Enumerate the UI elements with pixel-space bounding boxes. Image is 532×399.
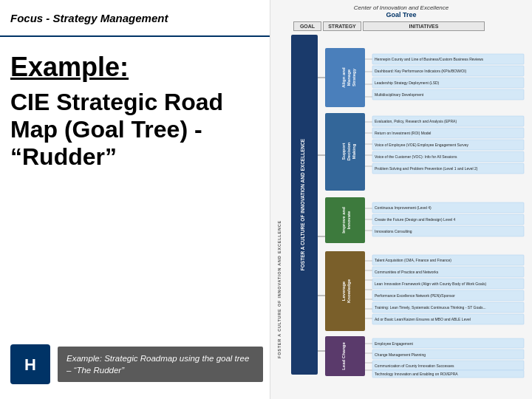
svg-text:Making: Making	[352, 143, 356, 159]
goal-tree-diagram: FOSTER A CULTURE OF INNOVATION AND EXCEL…	[275, 33, 528, 384]
svg-text:Dashboard: Key Performance Ind: Dashboard: Key Performance Indicators (K…	[375, 69, 467, 73]
svg-text:FOSTER A CULTURE OF INNOVATION: FOSTER A CULTURE OF INNOVATION AND EXCEL…	[277, 220, 282, 358]
svg-text:Lean Innovation Framework (Ali: Lean Innovation Framework (Align with Co…	[375, 282, 486, 286]
svg-text:H: H	[24, 355, 36, 374]
svg-text:Innovations Consulting: Innovations Consulting	[375, 229, 412, 233]
main-description: CIE Strategic Road Map (Goal Tree) - “Ru…	[10, 89, 263, 170]
svg-text:Hennepin County and Line of Bu: Hennepin County and Line of Business/Cus…	[375, 57, 484, 61]
svg-text:Talent Acquisition (CMA, Finan: Talent Acquisition (CMA, Finance and Fin…	[375, 258, 451, 262]
svg-text:Ad or Basic Lean/Kaizen Ensure: Ad or Basic Lean/Kaizen Ensures at MBO a…	[375, 317, 471, 321]
svg-text:Strategy: Strategy	[352, 68, 356, 86]
svg-text:Leadership Strategy Deployment: Leadership Strategy Deployment (LSD)	[375, 81, 440, 85]
goal-tree-subtitle: Center of Innovation and Excellence	[275, 4, 528, 11]
hennepin-logo: H	[10, 344, 50, 384]
col-header-initiatives: INITIATIVES	[363, 21, 485, 31]
svg-text:Return on Investment (ROI) Mod: Return on Investment (ROI) Model	[375, 131, 431, 135]
svg-text:Lead Change: Lead Change	[341, 342, 346, 370]
goal-tree-header: Center of Innovation and Excellence Goal…	[275, 4, 528, 18]
col-header-strategy: STRATEGY	[323, 21, 361, 31]
svg-text:Employee Engagement: Employee Engagement	[375, 341, 414, 346]
right-panel-goal-tree: Center of Innovation and Excellence Goal…	[270, 0, 532, 399]
svg-text:Training: Lean Timely, Systema: Training: Lean Timely, Systematic Contin…	[375, 305, 486, 310]
svg-text:FOSTER A CULTURE OF INNOVATION: FOSTER A CULTURE OF INNOVATION AND EXCEL…	[300, 138, 305, 270]
col-header-goal: GOAL	[293, 21, 321, 31]
svg-text:Evaluation, Policy, Research a: Evaluation, Policy, Research and Analysi…	[375, 119, 457, 123]
svg-text:Voice of the Customer (VOC): I: Voice of the Customer (VOC): Info for Al…	[375, 154, 457, 159]
svg-text:Performance Excellence Network: Performance Excellence Network (PEN)/Spo…	[375, 293, 455, 298]
svg-text:Change Management Planning: Change Management Planning	[375, 352, 426, 357]
left-panel: Example: CIE Strategic Road Map (Goal Tr…	[0, 37, 273, 399]
example-heading: Example:	[10, 52, 263, 83]
bottom-box-container: H Example: Strategic Roadmap using the g…	[10, 344, 263, 384]
svg-text:Multidisciplinary Development: Multidisciplinary Development	[375, 92, 424, 97]
svg-text:Knowledge: Knowledge	[347, 279, 351, 303]
svg-text:Improve and: Improve and	[341, 207, 346, 233]
svg-text:Decision: Decision	[347, 142, 351, 160]
svg-text:Innovate: Innovate	[347, 211, 351, 229]
svg-text:Create the Future (Design and : Create the Future (Design and Redesign) …	[375, 217, 455, 222]
svg-text:Problem Solving and Problem Pr: Problem Solving and Problem Prevention (…	[375, 166, 478, 171]
svg-text:Support: Support	[341, 143, 346, 160]
column-headers: GOAL STRATEGY INITIATIVES	[293, 21, 528, 31]
svg-text:Leverage: Leverage	[341, 281, 346, 301]
page-title: Focus - Strategy Management	[10, 12, 168, 24]
svg-text:Continuous Improvement (Level : Continuous Improvement (Level 4)	[375, 205, 432, 210]
svg-text:Align and: Align and	[341, 67, 346, 88]
svg-text:Technology Innovation and Enab: Technology Innovation and Enabling on RO…	[375, 372, 458, 376]
svg-text:Manage: Manage	[347, 69, 351, 86]
svg-text:Communication of County Innova: Communication of County Innovation Succe…	[375, 364, 454, 368]
svg-text:Voice of Employee (VOE) Employ: Voice of Employee (VOE) Employee Engagem…	[375, 143, 469, 147]
svg-text:Communities of Practice and Ne: Communities of Practice and Networks	[375, 270, 439, 274]
bottom-description-box: Example: Strategic Roadmap using the goa…	[58, 347, 263, 382]
goal-tree-title: Goal Tree	[275, 11, 528, 18]
